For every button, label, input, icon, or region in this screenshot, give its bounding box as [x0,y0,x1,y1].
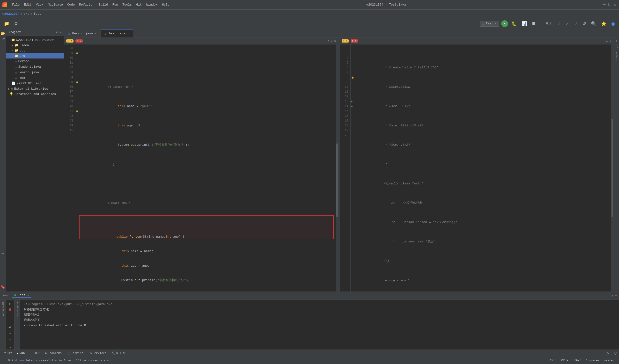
tab-options[interactable]: ⋮ [611,33,619,38]
code-area-right[interactable]: 2 3 4 5 6 7 8 9 10 11 12 13 14 15 [340,44,613,292]
menu-bar[interactable]: File Edit View Navigate Code Refactor Bu… [12,3,169,7]
plugin-btn[interactable]: ⭐ [600,20,608,27]
menu-view[interactable]: View [36,3,43,7]
tree-iml[interactable]: 📄 w20231024.iml [10,81,64,86]
line-sep[interactable]: CRLF [561,359,568,362]
notifications-label: Notifications [615,40,618,61]
tree-src[interactable]: ▾ 📁 src [6,53,64,58]
settings-icon[interactable]: ⚙ [611,294,613,297]
menu-run[interactable]: Run [113,3,118,7]
menu-build[interactable]: Build [99,3,108,7]
stop-button[interactable]: ⏹ [530,20,537,27]
maximize-button[interactable]: □ [608,2,611,8]
code-line: // person.name="章三"; [357,235,609,239]
tab-terminal[interactable]: ⬛ Terminal [67,351,85,355]
window-controls[interactable]: ─ □ ✕ [603,2,617,8]
menu-help[interactable]: Help [162,3,169,7]
code-area-left[interactable]: 28 29 30 31 32 33 34 35 36 37 38 39 40 4… [64,44,338,292]
run-tab-close[interactable]: ✕ [27,294,29,297]
project-panel-header: Project ⚙ ✕ [6,29,64,36]
breadcrumb-file[interactable]: Test [34,12,41,16]
tab-run[interactable]: ▶ Run [17,351,25,355]
scrollbar-right[interactable] [611,44,613,292]
menu-window[interactable]: Window [146,3,158,7]
menu-file[interactable]: File [12,3,20,7]
nav-down-icon-right[interactable]: ∨ [609,39,611,43]
tab-problems[interactable]: ⊘ Problems [45,351,62,355]
tab-split-icon[interactable]: ⋮ [613,33,617,38]
tree-test[interactable]: ☕ Test [13,75,64,81]
code-line: no usages new * [357,273,609,278]
tab-test-java[interactable]: ☕ Test.java ✕ [101,29,133,38]
code-line: this.name = "鼠标"; [82,99,334,104]
close-button[interactable]: ✕ [614,2,617,8]
tab-close-person[interactable]: ✕ [95,32,97,35]
tab-services[interactable]: ⚙ Services [90,351,107,355]
scroll-up-button[interactable]: ↑ [8,313,13,317]
git-check2[interactable]: ✓ [564,20,571,27]
scroll-top-button[interactable]: ⤒ [8,339,13,343]
nav-down-icon[interactable]: ∨ [331,39,333,43]
nav-up-icon-right[interactable]: ∧ [606,39,608,43]
debug-button[interactable]: 🐛 [510,20,518,27]
project-gear-icon[interactable]: ⚙ [56,30,58,34]
indent[interactable]: 4 spaces [586,359,600,362]
expand-icon[interactable]: ⋀ [606,351,609,355]
soft-wrap-button[interactable]: ↩ [8,325,13,329]
breadcrumb-project[interactable]: w20231024 [2,12,19,16]
menu-tools[interactable]: Tools [122,3,132,7]
toolbar-folder-btn[interactable]: 📁 [2,20,11,27]
menu-git[interactable]: Git [136,3,142,7]
tree-ext-libs[interactable]: ▶ ⚙ External Libraries [6,86,64,91]
project-icon[interactable]: 📂 [0,30,6,36]
bookmarks-icon[interactable]: 🔖 [0,284,6,290]
run-tab-test[interactable]: ■ Test ✕ [12,294,31,297]
commit-icon[interactable]: ⎇ [0,36,6,42]
tree-student[interactable]: ☕ Student.java [13,64,64,70]
project-close-icon[interactable]: ✕ [60,30,62,34]
git-check1[interactable]: ✓ [556,20,562,27]
git-branch[interactable]: master↓ [604,359,616,362]
run-button[interactable] [501,20,508,27]
tab-git[interactable]: ⎇ Git [2,351,12,355]
cursor-position[interactable]: 20:1 [550,359,557,362]
tab-build[interactable]: 🔨 Build [112,351,125,355]
tree-person[interactable]: ☕ Person [13,58,64,64]
expand2-icon[interactable]: ⋁ [614,351,617,355]
nav-up-icon[interactable]: ∧ [327,39,329,43]
notifications-bar[interactable]: Notifications [613,38,619,292]
menu-refactor[interactable]: Refactor [79,3,94,7]
tab-todo[interactable]: ☰ TODO [29,351,40,355]
coverage-button[interactable]: 📊 [520,20,528,27]
tree-idea[interactable]: ▶ 📁 .idea [6,42,64,48]
toolbar-more-btn[interactable]: ⋮ [21,20,28,27]
tree-root[interactable]: ▾ 📁 w20231024 D:\javacode\ [6,37,64,42]
rerun-button[interactable]: ▶ [8,302,13,306]
menu-code[interactable]: Code [67,3,75,7]
breadcrumb-src[interactable]: src [24,12,29,16]
minimize-panel-icon[interactable]: ─ [615,294,617,297]
stop-run-button[interactable]: ⏹ [8,308,13,311]
ide-btn[interactable]: ◉ [610,20,617,27]
close-header-left[interactable]: ✕ [334,39,336,43]
git-push[interactable]: ↗ [573,20,579,27]
print-button[interactable]: 🖨 [8,331,13,335]
menu-edit[interactable]: Edit [24,3,31,7]
toolbar-settings-btn[interactable]: ⚙ [13,20,19,27]
undo-button[interactable]: ↺ [581,20,588,27]
minimize-button[interactable]: ─ [603,2,606,8]
scroll-down-button[interactable]: ↓ [8,319,13,323]
encoding[interactable]: UTF-8 [573,359,581,362]
menu-navigate[interactable]: Navigate [48,3,63,7]
scroll-bottom-button[interactable]: ⤓ [8,345,13,349]
structure-icon[interactable]: ☰ [0,250,6,255]
tree-tearch[interactable]: ☕ Tearch.java [13,70,64,75]
main-area: 📂 ⎇ ☰ 🔖 Project ⚙ ✕ ▾ 📁 w20231024 D:\jav… [0,29,619,292]
scrollbar-left[interactable] [336,44,338,292]
run-configuration[interactable]: ☕ Test ▾ [480,21,499,27]
tab-close-test[interactable]: ✕ [127,32,129,35]
tree-scratches[interactable]: 💡 Scratches and Consoles [6,91,64,97]
tree-out[interactable]: ▶ 📁 out [6,48,64,53]
search-button[interactable]: 🔍 [590,20,598,27]
tab-person-java[interactable]: ☕ Person.java ✕ [64,29,101,38]
